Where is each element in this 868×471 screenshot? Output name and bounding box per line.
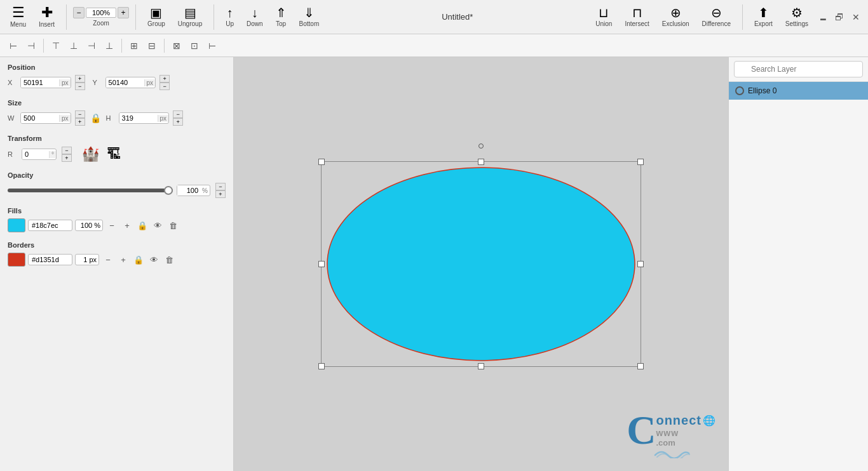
opacity-input[interactable] bbox=[177, 185, 200, 196]
exclusion-label: Exclusion bbox=[662, 20, 689, 27]
align-bottom-edges-button[interactable]: ⊥ bbox=[101, 37, 118, 54]
fills-opacity-input[interactable] bbox=[75, 220, 103, 231]
y-unit: px bbox=[144, 79, 156, 86]
size-row: W px − + 🔒 H px − + bbox=[8, 110, 226, 126]
borders-delete-button[interactable]: 🗑 bbox=[163, 253, 175, 266]
ellipse-container[interactable] bbox=[321, 161, 641, 367]
x-decrement-button[interactable]: − bbox=[75, 83, 85, 90]
menu-button[interactable]: ☰ Menu bbox=[5, 6, 31, 28]
toolbar-sep-2 bbox=[135, 4, 136, 30]
opacity-slider[interactable] bbox=[8, 189, 173, 192]
fills-color-swatch[interactable] bbox=[8, 218, 25, 232]
opacity-section: Opacity % − + bbox=[8, 171, 226, 198]
size-lock-icon[interactable]: 🔒 bbox=[90, 113, 101, 123]
r-decrement-button[interactable]: − bbox=[62, 147, 72, 154]
distribute-v-button[interactable]: ⊟ bbox=[144, 37, 160, 54]
y-decrement-button[interactable]: − bbox=[159, 83, 170, 90]
ungroup-button[interactable]: ▤ Ungroup bbox=[173, 6, 207, 27]
zoom-group: − 100% + Zoom bbox=[73, 7, 129, 27]
export-label: Export bbox=[754, 20, 773, 27]
difference-label: Difference bbox=[702, 20, 731, 27]
borders-hex-input[interactable] bbox=[28, 254, 72, 265]
align-right-edges-button[interactable]: ⊣ bbox=[83, 37, 100, 54]
fills-lock-button[interactable]: 🔒 bbox=[136, 219, 149, 232]
borders-decrement-button[interactable]: − bbox=[102, 253, 114, 266]
w-decrement-button[interactable]: − bbox=[75, 110, 85, 118]
flip-h-icon[interactable]: 🏰 bbox=[82, 146, 99, 163]
r-increment-button[interactable]: + bbox=[62, 154, 72, 162]
settings-icon: ⚙ bbox=[791, 6, 803, 19]
ellipse-shape[interactable] bbox=[327, 168, 635, 361]
h-input[interactable] bbox=[119, 113, 158, 123]
union-button[interactable]: ⊔ Union bbox=[590, 6, 617, 27]
fills-hex-input[interactable] bbox=[28, 220, 72, 231]
insert-label: Insert bbox=[39, 21, 55, 28]
fills-decrement-button[interactable]: − bbox=[105, 219, 118, 232]
y-input[interactable] bbox=[106, 77, 144, 88]
intersect-button[interactable]: ⊓ Intersect bbox=[620, 6, 654, 27]
h-decrement-button[interactable]: − bbox=[173, 110, 183, 118]
rotation-handle[interactable] bbox=[478, 143, 484, 149]
zoom-plus-button[interactable]: + bbox=[118, 7, 129, 18]
align-extra-1-button[interactable]: ⊠ bbox=[168, 37, 185, 54]
settings-button[interactable]: ⚙ Settings bbox=[780, 6, 813, 27]
r-stepper: − + bbox=[62, 147, 72, 162]
minimize-button[interactable]: 🗕 bbox=[816, 10, 830, 24]
distribute-h-button[interactable]: ⊞ bbox=[126, 37, 142, 54]
h-increment-button[interactable]: + bbox=[173, 118, 183, 126]
canvas-area[interactable]: C onnect 🌐 www .com bbox=[234, 57, 728, 471]
export-button[interactable]: ⬆ Export bbox=[749, 6, 778, 27]
borders-width-input[interactable] bbox=[75, 254, 99, 265]
h-stepper: − + bbox=[173, 110, 183, 126]
layer-item-ellipse[interactable]: Ellipse 0 bbox=[729, 82, 868, 100]
close-button[interactable]: ✕ bbox=[849, 10, 863, 24]
menu-icon: ☰ bbox=[12, 6, 25, 20]
down-label: Down bbox=[247, 20, 263, 27]
group-button[interactable]: ▣ Group bbox=[142, 6, 170, 27]
borders-increment-button[interactable]: + bbox=[117, 253, 130, 266]
h-input-group: px bbox=[119, 112, 170, 124]
align-left-edges-button[interactable]: ⊢ bbox=[5, 37, 22, 54]
zoom-value[interactable]: 100% bbox=[86, 8, 116, 18]
align-extra-2-button[interactable]: ⊡ bbox=[186, 37, 203, 54]
align-center-h-button[interactable]: ⊣ bbox=[23, 37, 39, 54]
up-button[interactable]: ↑ Up bbox=[220, 6, 239, 27]
x-input[interactable] bbox=[21, 77, 59, 88]
down-button[interactable]: ↓ Down bbox=[241, 6, 268, 27]
search-layer-input[interactable] bbox=[734, 61, 863, 77]
exclusion-button[interactable]: ⊕ Exclusion bbox=[657, 6, 695, 27]
window-controls: 🗕 🗗 ✕ bbox=[816, 10, 863, 24]
w-input[interactable] bbox=[21, 113, 59, 123]
borders-lock-button[interactable]: 🔒 bbox=[132, 253, 145, 266]
up-icon: ↑ bbox=[227, 6, 233, 19]
fills-increment-button[interactable]: + bbox=[121, 219, 133, 232]
borders-row: − + 🔒 👁 🗑 bbox=[8, 253, 226, 267]
h-unit: px bbox=[158, 115, 169, 122]
zoom-minus-button[interactable]: − bbox=[73, 7, 85, 18]
align-top-edges-button[interactable]: ⊤ bbox=[48, 37, 64, 54]
exclusion-icon: ⊕ bbox=[670, 6, 681, 19]
flip-v-icon[interactable]: 🏗 bbox=[107, 146, 121, 163]
insert-icon: ✚ bbox=[41, 6, 53, 20]
borders-eye-button[interactable]: 👁 bbox=[147, 253, 160, 266]
bottom-button[interactable]: ⇓ Bottom bbox=[294, 6, 325, 27]
ellipse-svg[interactable] bbox=[321, 161, 641, 367]
borders-color-swatch[interactable] bbox=[8, 253, 25, 267]
opacity-decrement-button[interactable]: − bbox=[215, 183, 226, 190]
r-input[interactable] bbox=[22, 149, 49, 159]
h-label: H bbox=[106, 114, 116, 122]
fills-eye-button[interactable]: 👁 bbox=[151, 219, 164, 232]
align-extra-3-button[interactable]: ⊢ bbox=[204, 37, 220, 54]
w-increment-button[interactable]: + bbox=[75, 118, 85, 126]
ungroup-icon: ▤ bbox=[184, 6, 196, 19]
restore-button[interactable]: 🗗 bbox=[832, 10, 846, 24]
top-button[interactable]: ⇑ Top bbox=[271, 6, 292, 27]
difference-button[interactable]: ⊖ Difference bbox=[697, 6, 736, 27]
x-increment-button[interactable]: + bbox=[75, 75, 85, 83]
y-input-group: px bbox=[105, 77, 156, 88]
y-increment-button[interactable]: + bbox=[159, 75, 170, 83]
opacity-increment-button[interactable]: + bbox=[215, 190, 226, 198]
align-center-v-button[interactable]: ⊥ bbox=[65, 37, 82, 54]
insert-button[interactable]: ✚ Insert bbox=[34, 6, 60, 28]
fills-delete-button[interactable]: 🗑 bbox=[166, 219, 179, 232]
